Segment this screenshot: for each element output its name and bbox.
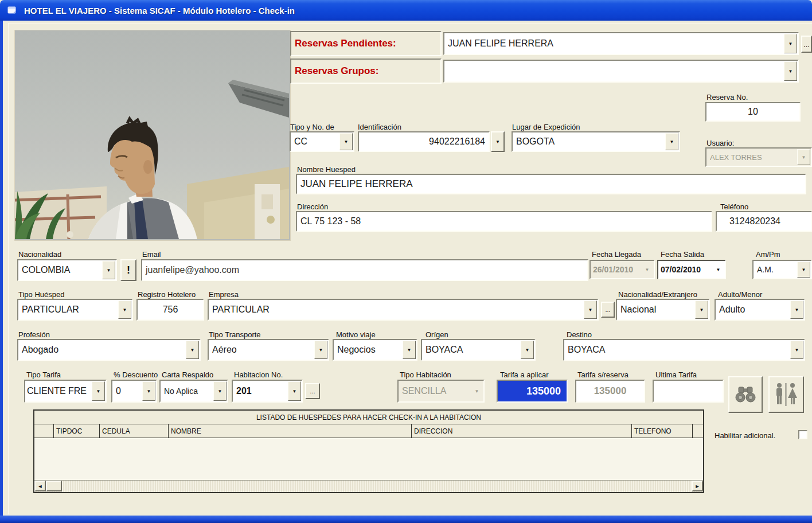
chevron-down-icon[interactable]: ▼ <box>584 300 597 319</box>
telefono-label: Teléfono <box>720 202 748 211</box>
usuario-combo: ALEX TORRES ▼ <box>705 147 812 167</box>
nacionalidad-label: Nacionalidad <box>18 250 61 259</box>
scroll-right-button[interactable]: ► <box>692 481 703 491</box>
reservas-grupos-combo[interactable]: ▼ <box>443 60 799 83</box>
chevron-down-icon[interactable]: ▼ <box>521 341 534 359</box>
scrollbar-track[interactable] <box>62 481 692 492</box>
chevron-down-icon[interactable]: ▼ <box>142 381 155 401</box>
profesion-combo[interactable]: Abogado ▼ <box>17 339 201 361</box>
habitacion-more-button[interactable]: ... <box>305 383 320 399</box>
destino-value: BOYACA <box>564 345 790 355</box>
scroll-right-icon: ► <box>695 483 700 489</box>
chevron-down-icon[interactable]: ▼ <box>712 262 724 278</box>
destino-combo[interactable]: BOYACA ▼ <box>563 339 805 361</box>
chevron-down-icon[interactable]: ▼ <box>665 133 678 150</box>
chevron-down-icon[interactable]: ▼ <box>92 381 105 401</box>
tipo-habitacion-combo: SENCILLA ▼ <box>397 380 485 403</box>
ampm-label: Am/Pm <box>756 250 780 259</box>
tarifa-aplicar-value: 135000 <box>498 385 567 397</box>
chevron-down-icon[interactable]: ▼ <box>102 261 115 279</box>
habilitar-adicional-checkbox[interactable] <box>798 430 807 439</box>
chevron-down-icon[interactable]: ▼ <box>288 381 301 401</box>
motivo-viaje-combo[interactable]: Negocios ▼ <box>333 339 417 361</box>
man-woman-icon <box>773 382 799 407</box>
email-label: Email <box>142 250 161 259</box>
origen-value: BOYACA <box>422 345 520 355</box>
direccion-field[interactable]: CL 75 123 - 58 <box>296 211 712 232</box>
tarifa-sreserva-value: 135000 <box>576 385 644 397</box>
title-bar[interactable]: HOTEL EL VIAJERO - Sistema SICAF - Módul… <box>0 0 812 21</box>
tipo-huesped-combo[interactable]: PARTICULAR ▼ <box>17 299 133 321</box>
chevron-down-icon[interactable]: ▼ <box>339 133 353 150</box>
email-value: juanfelipe@yahoo.com <box>142 265 587 275</box>
reservas-pendientes-combo[interactable]: JUAN FELIPE HERRERA ▼ <box>443 32 799 55</box>
origen-label: Orígen <box>425 330 448 339</box>
chevron-down-icon[interactable]: ▼ <box>784 61 797 81</box>
profesion-value: Abogado <box>18 345 185 355</box>
empresa-value: PARTICULAR <box>209 305 583 315</box>
app-icon <box>7 5 17 15</box>
adulto-menor-label: Adulto/Menor <box>718 290 762 299</box>
ampm-combo[interactable]: A.M. ▼ <box>752 260 812 279</box>
empresa-combo[interactable]: PARTICULAR ▼ <box>208 299 599 321</box>
tipo-no-label: Tipo y No. de <box>290 123 334 131</box>
carta-respaldo-combo[interactable]: No Aplica ▼ <box>159 380 228 403</box>
tipo-transporte-combo[interactable]: Aéreo ▼ <box>208 339 329 361</box>
ultima-tarifa-field[interactable] <box>653 380 724 403</box>
chevron-down-icon[interactable]: ▼ <box>314 341 327 359</box>
habitacion-no-combo[interactable]: 201 ▼ <box>232 380 303 403</box>
chevron-down-icon[interactable]: ▼ <box>118 300 131 319</box>
lugar-expedicion-label: Lugar de Expedición <box>512 123 580 131</box>
scrollbar-thumb[interactable] <box>46 481 62 491</box>
numero-identificacion-dropdown-button[interactable]: ▼ <box>491 131 505 152</box>
nacionalidad-value: COLOMBIA <box>18 265 102 275</box>
col-partial <box>693 424 703 438</box>
email-field[interactable]: juanfelipe@yahoo.com <box>141 259 588 281</box>
numero-identificacion-field[interactable]: 94022216184 <box>358 131 490 152</box>
origen-combo[interactable]: BOYACA ▼ <box>421 339 536 361</box>
chevron-down-icon: ▼ <box>471 381 483 401</box>
guest-photo <box>14 30 291 241</box>
scroll-left-button[interactable]: ◄ <box>34 481 46 491</box>
tipo-tarifa-combo[interactable]: CLIENTE FRE ▼ <box>24 380 107 403</box>
nombre-huesped-field[interactable]: JUAN FELIPE HERRERA <box>296 174 806 194</box>
direccion-value: CL 75 123 - 58 <box>297 216 711 227</box>
nacionalidad-warning-button[interactable]: ! <box>120 259 136 281</box>
chevron-down-icon[interactable]: ▼ <box>695 300 708 319</box>
reserva-no-value: 10 <box>706 107 799 117</box>
table-horizontal-scrollbar[interactable]: ◄ ► <box>34 480 703 492</box>
col-telefono: TELEFONO <box>632 424 693 438</box>
fecha-salida-picker[interactable]: 07/02/2010 ▼ <box>657 260 726 279</box>
reserva-no-field[interactable]: 10 <box>705 102 801 122</box>
telefono-field[interactable]: 3124820234 <box>716 211 812 232</box>
tarifa-aplicar-field[interactable]: 135000 <box>497 380 568 403</box>
habitacion-no-value: 201 <box>233 386 287 396</box>
adulto-menor-value: Adulto <box>716 305 790 315</box>
lugar-expedicion-combo[interactable]: BOGOTA ▼ <box>512 131 680 152</box>
adulto-menor-combo[interactable]: Adulto ▼ <box>715 299 805 321</box>
reservas-pendientes-more-button[interactable]: ... <box>801 36 812 53</box>
tipo-documento-combo[interactable]: CC ▼ <box>290 131 354 152</box>
huespedes-table[interactable]: LISTADO DE HUESPEDES PARA HACER CHECK-IN… <box>33 409 704 493</box>
col-direccion: DIRECCION <box>412 424 632 438</box>
chevron-down-icon[interactable]: ▼ <box>797 262 810 278</box>
registro-hotelero-field[interactable]: 756 <box>136 299 204 321</box>
chevron-down-icon[interactable]: ▼ <box>403 341 416 359</box>
chevron-down-icon[interactable]: ▼ <box>790 300 803 319</box>
fecha-llegada-label: Fecha Llegada <box>592 250 641 259</box>
fecha-llegada-value: 26/01/2010 <box>591 265 641 274</box>
nacionalidad-combo[interactable]: COLOMBIA ▼ <box>17 259 117 281</box>
tipo-habitacion-value: SENCILLA <box>399 386 470 396</box>
chevron-down-icon[interactable]: ▼ <box>213 381 227 401</box>
carta-respaldo-label: Carta Respaldo <box>162 370 213 379</box>
destino-label: Destino <box>567 330 592 339</box>
descuento-combo[interactable]: 0 ▼ <box>111 380 157 403</box>
reserva-no-label: Reserva No. <box>706 93 748 102</box>
buscar-huesped-button[interactable] <box>728 376 763 413</box>
chevron-down-icon[interactable]: ▼ <box>186 341 199 359</box>
nacionalidad-extranjero-combo[interactable]: Nacional ▼ <box>616 299 710 321</box>
huespedes-adicionales-button[interactable] <box>768 376 804 413</box>
empresa-more-button[interactable]: ... <box>601 302 615 318</box>
chevron-down-icon[interactable]: ▼ <box>784 34 797 53</box>
chevron-down-icon[interactable]: ▼ <box>790 341 803 359</box>
